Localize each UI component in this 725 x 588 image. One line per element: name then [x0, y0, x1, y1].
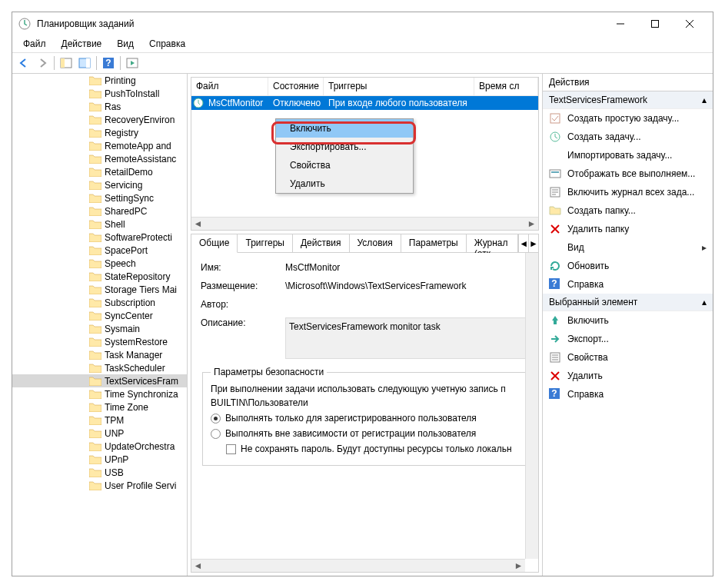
- tree-item[interactable]: TaskScheduler: [12, 361, 187, 374]
- actions-section2-title[interactable]: Выбранный элемент ▴: [543, 294, 713, 311]
- tree-item[interactable]: Storage Tiers Mai: [12, 283, 187, 296]
- tree-item[interactable]: Servicing: [12, 178, 187, 191]
- tab-general[interactable]: Общие: [191, 234, 238, 253]
- show-hide-actions-button[interactable]: [76, 55, 93, 71]
- minimize-button[interactable]: [603, 13, 637, 35]
- action-create-folder[interactable]: Создать папку...: [543, 201, 713, 220]
- tree-item-label: StateRepository: [105, 271, 170, 282]
- action-help2[interactable]: ? Справка: [543, 385, 713, 404]
- tree-item[interactable]: User Profile Servi: [12, 479, 187, 492]
- tree-item[interactable]: Time Synchroniza: [12, 387, 187, 400]
- delete-icon: [549, 223, 561, 235]
- col-triggers[interactable]: Триггеры: [324, 78, 474, 95]
- help-button[interactable]: ?: [100, 55, 117, 71]
- toolbar: ?: [12, 52, 713, 74]
- tree-item[interactable]: RemoteApp and: [12, 139, 187, 152]
- action-delete[interactable]: Удалить: [543, 367, 713, 385]
- menu-help[interactable]: Справка: [141, 37, 193, 51]
- radio-any[interactable]: [211, 429, 221, 439]
- action-refresh[interactable]: Обновить: [543, 257, 713, 275]
- enable-icon: [549, 314, 561, 327]
- radio-logged-on[interactable]: [211, 414, 221, 424]
- ctx-properties[interactable]: Свойства: [276, 156, 413, 174]
- action-delete-folder[interactable]: Удалить папку: [543, 220, 713, 238]
- run-button[interactable]: [124, 55, 141, 71]
- tree-item[interactable]: SpacePort: [12, 244, 187, 257]
- tab-triggers[interactable]: Триггеры: [238, 234, 293, 252]
- ctx-export[interactable]: Экспортировать...: [276, 138, 413, 156]
- action-create[interactable]: Создать задачу...: [543, 128, 713, 146]
- details-vscroll[interactable]: [525, 253, 538, 559]
- tree-item[interactable]: SettingSync: [12, 191, 187, 204]
- actions-section1-title[interactable]: TextServicesFramework ▴: [543, 91, 713, 109]
- tree-item[interactable]: RetailDemo: [12, 165, 187, 178]
- tree-item[interactable]: SyncCenter: [12, 309, 187, 322]
- tree-item[interactable]: TextServicesFram: [12, 374, 187, 387]
- tree-item[interactable]: RecoveryEnviron: [12, 113, 187, 126]
- action-create-simple[interactable]: Создать простую задачу...: [543, 109, 713, 128]
- tab-conditions[interactable]: Условия: [350, 234, 401, 252]
- maximize-button[interactable]: [637, 13, 672, 35]
- tree-item[interactable]: Time Zone: [12, 400, 187, 414]
- tab-journal[interactable]: Журнал (отк: [467, 234, 518, 252]
- tree-item[interactable]: Shell: [12, 218, 187, 231]
- menu-action[interactable]: Действие: [54, 37, 110, 51]
- help-icon: ?: [549, 278, 561, 291]
- back-button[interactable]: [15, 55, 32, 71]
- scroll-right-icon[interactable]: ►: [512, 560, 525, 572]
- tree-item[interactable]: USB: [12, 466, 187, 479]
- tree-item[interactable]: PushToInstall: [12, 87, 187, 100]
- tree-item-label: USB: [105, 467, 124, 478]
- checkbox-no-password[interactable]: [226, 444, 236, 454]
- col-time[interactable]: Время сл: [474, 78, 538, 95]
- tree-item[interactable]: Speech: [12, 257, 187, 270]
- action-export[interactable]: Экспорт...: [543, 330, 713, 348]
- tab-actions[interactable]: Действия: [293, 234, 350, 252]
- tree-item[interactable]: Subscription: [12, 296, 187, 309]
- task-hscroll[interactable]: ◄ ►: [191, 217, 538, 230]
- scroll-left-icon[interactable]: ◄: [191, 560, 205, 572]
- tree-item[interactable]: StateRepository: [12, 270, 187, 283]
- folder-icon: [89, 180, 101, 190]
- tree-scroll[interactable]: PrintingPushToInstallRasRecoveryEnvironR…: [12, 74, 187, 576]
- action-enable[interactable]: Включить: [543, 311, 713, 330]
- tree-item[interactable]: UPnP: [12, 453, 187, 466]
- show-hide-tree-button[interactable]: [58, 55, 75, 71]
- tree-item-label: User Profile Servi: [105, 480, 176, 491]
- action-show-running[interactable]: Отображать все выполняем...: [543, 164, 713, 183]
- menu-view[interactable]: Вид: [109, 37, 141, 51]
- col-state[interactable]: Состояние: [268, 78, 324, 95]
- tree-item[interactable]: SoftwareProtecti: [12, 231, 187, 244]
- task-row[interactable]: MsCtfMonitor Отключено При входе любого …: [191, 96, 538, 110]
- tree-item[interactable]: UNP: [12, 427, 187, 440]
- action-view[interactable]: Вид ▸: [543, 238, 713, 257]
- action-properties[interactable]: Свойства: [543, 348, 713, 367]
- tree-item[interactable]: Ras: [12, 100, 187, 113]
- menu-file[interactable]: Файл: [15, 37, 54, 51]
- action-import[interactable]: Импортировать задачу...: [543, 146, 713, 164]
- forward-button[interactable]: [34, 55, 51, 71]
- tab-left-icon[interactable]: ◄: [518, 234, 528, 252]
- details-hscroll[interactable]: ◄ ►: [191, 559, 525, 572]
- task-scheduler-window: Планировщик заданий Файл Действие Вид Сп…: [12, 12, 713, 576]
- action-help[interactable]: ? Справка: [543, 275, 713, 294]
- folder-icon: [89, 297, 101, 307]
- ctx-enable[interactable]: Включить: [276, 119, 413, 138]
- tree-item[interactable]: Task Manager: [12, 348, 187, 361]
- tab-right-icon[interactable]: ►: [528, 234, 538, 252]
- tree-item[interactable]: Registry: [12, 126, 187, 139]
- tree-item[interactable]: Printing: [12, 74, 187, 87]
- tree-item[interactable]: RemoteAssistanc: [12, 152, 187, 165]
- tree-item[interactable]: Sysmain: [12, 322, 187, 335]
- tree-item[interactable]: SystemRestore: [12, 335, 187, 348]
- tab-parameters[interactable]: Параметры: [401, 234, 467, 252]
- action-enable-log[interactable]: Включить журнал всех зада...: [543, 183, 713, 201]
- scroll-right-icon[interactable]: ►: [525, 218, 538, 230]
- ctx-delete[interactable]: Удалить: [276, 174, 413, 193]
- col-file[interactable]: Файл: [191, 78, 268, 95]
- close-button[interactable]: [672, 13, 707, 35]
- tree-item[interactable]: SharedPC: [12, 204, 187, 218]
- scroll-left-icon[interactable]: ◄: [191, 218, 205, 230]
- tree-item[interactable]: UpdateOrchestra: [12, 440, 187, 453]
- tree-item[interactable]: TPM: [12, 414, 187, 427]
